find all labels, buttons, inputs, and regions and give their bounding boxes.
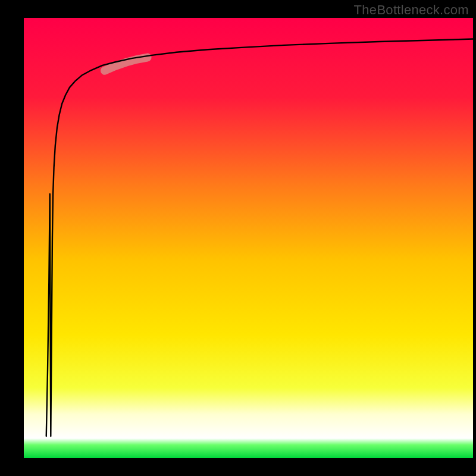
chart-container: TheBottleneck.com: [0, 0, 476, 476]
chart-plot-background: [24, 18, 473, 458]
bottleneck-chart: [0, 0, 476, 476]
watermark-text: TheBottleneck.com: [354, 2, 469, 18]
